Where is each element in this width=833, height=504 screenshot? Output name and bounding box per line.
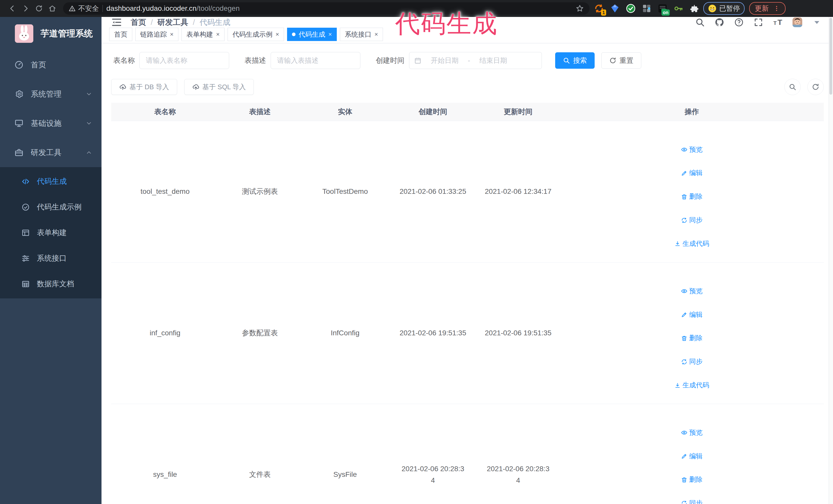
row-action-link[interactable]: 预览	[681, 427, 703, 438]
user-avatar[interactable]	[792, 18, 802, 27]
extension-button[interactable]: on on	[657, 3, 668, 14]
extension-button[interactable]	[673, 3, 684, 14]
browser-nav-button[interactable]	[46, 2, 59, 15]
view-tab[interactable]: 表单构建 ×	[182, 28, 224, 41]
row-action-link[interactable]: 删除	[681, 191, 703, 202]
sidebar-menu-item[interactable]: 研发工具	[0, 138, 101, 167]
search-button[interactable]: 搜索	[555, 52, 595, 69]
sidebar-submenu-item[interactable]: 数据库文档	[0, 271, 101, 297]
browser-nav-button[interactable]	[32, 2, 46, 15]
tab-close-icon[interactable]: ×	[216, 31, 220, 38]
breadcrumb-separator: /	[151, 18, 153, 27]
view-tab[interactable]: 代码生成示例 ×	[228, 28, 284, 41]
browser-menu-icon[interactable]	[773, 5, 780, 12]
range-separator: -	[468, 56, 470, 65]
svg-text:T: T	[777, 18, 782, 26]
menu-label: 系统管理	[31, 89, 78, 99]
font-size-icon[interactable]: TT	[773, 18, 783, 27]
sidebar-submenu-item[interactable]: 代码生成	[0, 169, 101, 194]
extension-button[interactable]	[625, 3, 636, 14]
app-logo[interactable]: 芋道管理系统	[0, 17, 101, 50]
download-icon	[674, 382, 681, 389]
sliders-icon	[22, 254, 30, 263]
refresh-list-button[interactable]	[807, 79, 824, 95]
sidebar-menu-item[interactable]: 首页	[0, 50, 101, 79]
profile-paused-chip[interactable]: 已暂停	[703, 2, 744, 15]
tab-close-icon[interactable]: ×	[328, 31, 332, 38]
cell-create-time: 2021-02-06 01:33:25	[389, 121, 476, 263]
reload-icon	[35, 5, 43, 12]
breadcrumb-item[interactable]: 研发工具	[158, 17, 188, 28]
row-action-link[interactable]: 生成代码	[674, 380, 709, 391]
extension-button[interactable]	[689, 3, 700, 14]
bookmark-star-icon[interactable]	[576, 4, 584, 13]
end-date-input[interactable]	[472, 56, 514, 65]
row-action-link[interactable]: 删除	[681, 474, 703, 485]
row-action-link[interactable]: 生成代码	[674, 238, 709, 249]
reset-button[interactable]: 重置	[601, 52, 641, 69]
tab-close-icon[interactable]: ×	[375, 31, 378, 38]
row-action-link[interactable]: 编辑	[681, 309, 703, 320]
grid-ext-icon	[642, 4, 651, 13]
tab-close-icon[interactable]: ×	[276, 31, 279, 38]
browser-update-button[interactable]: 更新	[749, 2, 786, 15]
header-actions: TT	[695, 18, 822, 27]
view-tab[interactable]: 链路追踪 ×	[135, 28, 178, 41]
row-action-link[interactable]: 预览	[681, 286, 703, 296]
sidebar-submenu-item[interactable]: 表单构建	[0, 220, 101, 246]
app-title: 芋道管理系统	[41, 28, 93, 40]
extension-button[interactable]	[610, 3, 620, 14]
cell-entity: SysFile	[301, 404, 389, 504]
row-action-link[interactable]: 同步	[681, 498, 703, 504]
import-sql-button[interactable]: 基于 SQL 导入	[184, 79, 254, 95]
fullscreen-icon[interactable]	[754, 18, 763, 27]
security-warning[interactable]: 不安全	[69, 4, 99, 13]
sidebar-toggle-icon[interactable]	[111, 17, 122, 28]
row-action-link[interactable]: 编辑	[681, 168, 703, 178]
cell-table-name: sys_file	[111, 404, 219, 504]
github-icon[interactable]	[715, 18, 724, 27]
refresh-icon	[609, 57, 616, 64]
tab-close-icon[interactable]: ×	[170, 31, 173, 38]
view-tab[interactable]: 首页	[109, 28, 132, 41]
divider	[102, 5, 103, 12]
page-scrollbar[interactable]	[829, 17, 833, 504]
cell-table-desc: 参数配置表	[219, 263, 301, 404]
sidebar-submenu-item[interactable]: 系统接口	[0, 246, 101, 271]
sidebar-menu-item[interactable]: 系统管理	[0, 79, 101, 109]
table-name-label: 表名称	[113, 56, 135, 65]
extensions-area: 1 on on	[594, 3, 700, 14]
date-range-picker[interactable]: -	[409, 52, 542, 69]
sidebar-menu-item[interactable]: 基础设施	[0, 109, 101, 138]
breadcrumb-item[interactable]: 首页	[131, 17, 146, 28]
start-date-input[interactable]	[424, 56, 466, 65]
menu-label: 研发工具	[31, 147, 78, 158]
cell-create-time: 2021-02-06 20:28:3 4	[389, 404, 476, 504]
extension-button[interactable]: 1	[594, 3, 604, 14]
calendar-icon	[414, 57, 422, 64]
extension-button[interactable]	[641, 3, 652, 14]
help-icon[interactable]	[734, 18, 744, 27]
cell-actions: 预览 编辑 删除	[560, 263, 824, 404]
view-tab[interactable]: 系统接口 ×	[340, 28, 383, 41]
row-action-link[interactable]: 同步	[681, 215, 703, 225]
scrollbar-thumb[interactable]	[829, 18, 832, 95]
table-desc-input[interactable]	[271, 52, 360, 69]
browser-nav-button[interactable]	[19, 2, 32, 15]
view-tab[interactable]: 代码生成 ×	[287, 28, 337, 41]
table-name-input[interactable]	[139, 52, 229, 69]
import-db-button[interactable]: 基于 DB 导入	[111, 79, 177, 95]
sidebar-submenu-item[interactable]: 代码生成示例	[0, 194, 101, 220]
menu-label: 基础设施	[31, 118, 78, 129]
address-bar[interactable]: 不安全 dashboard.yudao.iocoder.cn/tool/code…	[63, 2, 590, 15]
search-icon[interactable]	[695, 18, 705, 27]
avatar-caret-icon[interactable]	[812, 18, 822, 27]
breadcrumb-item[interactable]: 代码生成	[200, 17, 231, 28]
row-action-link[interactable]: 预览	[681, 144, 703, 155]
breadcrumb: 首页 / 研发工具 / 代码生成	[131, 17, 231, 28]
row-action-link[interactable]: 编辑	[681, 451, 703, 462]
row-action-link[interactable]: 删除	[681, 333, 703, 343]
show-search-button[interactable]	[784, 79, 801, 95]
row-action-link[interactable]: 同步	[681, 356, 703, 367]
browser-nav-button[interactable]	[6, 2, 19, 15]
